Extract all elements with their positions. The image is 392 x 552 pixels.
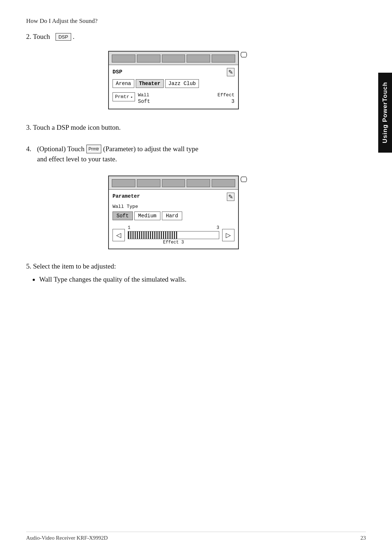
- step-4-body: (Optional) Touch Prmtr (Parameter) to ad…: [37, 144, 330, 165]
- screen1-top-btn-3[interactable]: [162, 55, 185, 63]
- speaker-icon: 🖵: [240, 51, 248, 59]
- step-4-number: 4.: [26, 144, 37, 154]
- slider-max: 3: [217, 225, 219, 230]
- screen1-container: DSP ✎ Arena Theater Jazz Club Prmtr: [26, 51, 330, 109]
- screen2-top-btn-3[interactable]: [162, 179, 185, 187]
- effect-value: 3: [232, 98, 234, 104]
- wall-label: Wall: [138, 92, 149, 98]
- screen1-mode-buttons: Arena Theater Jazz Club: [113, 79, 234, 88]
- param-effect-row: ◁ 1 3 Effect 3: [113, 225, 234, 245]
- slider-min: 1: [128, 225, 130, 230]
- param-slider: 1 3 Effect 3: [128, 225, 219, 245]
- dsp-button[interactable]: DSP: [56, 33, 71, 41]
- arrow-left-icon: ◁: [116, 231, 121, 239]
- screen2-top-btn-5[interactable]: [212, 179, 235, 187]
- screen2-body: Parameter ✎ Wall Type Soft Medium Hard ◁: [109, 190, 238, 249]
- walltype-label: Wall Type: [113, 204, 234, 209]
- step-4: 4. (Optional) Touch Prmtr (Parameter) to…: [26, 144, 330, 165]
- screen1-labels: Wall Effect: [138, 92, 234, 98]
- effect-slider-label: Effect: [163, 240, 181, 245]
- screen2-title-row: Parameter ✎: [113, 193, 234, 201]
- screen1-wall-effect: Wall Effect Soft 3: [138, 92, 234, 105]
- dsp-screen: DSP ✎ Arena Theater Jazz Club Prmtr: [108, 51, 239, 109]
- param-btn-medium[interactable]: Medium: [134, 211, 160, 220]
- screen1-edit-icon[interactable]: ✎: [227, 68, 234, 76]
- footer-right: 23: [360, 535, 366, 541]
- screen1-title-row: DSP ✎: [113, 68, 234, 76]
- screen2-edit-icon[interactable]: ✎: [227, 193, 234, 201]
- param-arrow-right[interactable]: ▷: [222, 229, 234, 241]
- param-arrow-left[interactable]: ◁: [113, 229, 125, 241]
- param-slider-fill: [128, 231, 178, 239]
- speaker-icon-2: 🖵: [240, 176, 248, 184]
- screen1-title: DSP: [113, 69, 122, 75]
- screen2-top-btn-1[interactable]: [112, 179, 135, 187]
- screen1-speaker: 🖵: [240, 51, 248, 61]
- screen2-speaker: 🖵: [240, 176, 248, 186]
- screen1-btn-theater[interactable]: Theater: [136, 79, 164, 88]
- param-screen: Parameter ✎ Wall Type Soft Medium Hard ◁: [108, 176, 239, 249]
- step-4-middle: (Parameter) to adjust the wall type: [103, 144, 198, 154]
- screen2-top-buttons: [109, 176, 238, 190]
- step-4-prefix: (Optional) Touch: [37, 144, 85, 154]
- param-slider-bar[interactable]: [128, 231, 219, 239]
- step-4-suffix: and effect level to your taste.: [37, 155, 117, 163]
- prmtr-button-inline[interactable]: Prmtr: [86, 145, 101, 153]
- page-footer: Audio-Video Receiver KRF-X9992D 23: [26, 532, 366, 541]
- screen2-container: Parameter ✎ Wall Type Soft Medium Hard ◁: [26, 176, 330, 249]
- screen1-btn-arena[interactable]: Arena: [113, 79, 134, 88]
- bullet-list: Wall Type changes the quality of the sim…: [26, 274, 330, 285]
- param-buttons-row: Soft Medium Hard: [113, 211, 234, 220]
- effect-label: Effect: [217, 92, 234, 98]
- screen1-top-btn-2[interactable]: [137, 55, 160, 63]
- step-3-text: 3. Touch a DSP mode icon button.: [26, 122, 121, 133]
- footer-left: Audio-Video Receiver KRF-X9992D: [26, 535, 108, 541]
- screen2-top-btn-2[interactable]: [137, 179, 160, 187]
- step-2-number: 2. Touch: [26, 33, 50, 41]
- step-4-suffix-line: and effect level to your taste.: [37, 154, 330, 165]
- param-slider-label-row: Effect 3: [128, 240, 219, 245]
- param-btn-hard[interactable]: Hard: [162, 211, 182, 220]
- param-btn-soft[interactable]: Soft: [113, 211, 133, 220]
- screen1-top-btn-4[interactable]: [187, 55, 210, 63]
- screen1-values: Soft 3: [138, 98, 234, 104]
- screen1-btn-jazzclub[interactable]: Jazz Club: [165, 79, 199, 88]
- screen1-body: DSP ✎ Arena Theater Jazz Club Prmtr: [109, 65, 238, 109]
- effect-slider-value: 3: [181, 240, 184, 245]
- step-4-inline: (Optional) Touch Prmtr (Parameter) to ad…: [37, 144, 330, 154]
- param-slider-labels: 1 3: [128, 225, 219, 230]
- screen2-title: Parameter: [113, 193, 140, 199]
- prmtr-label: Prmtr: [115, 94, 129, 100]
- right-tab: Using PowerTouch: [378, 73, 392, 153]
- screen1-prmtr-btn[interactable]: Prmtr: [113, 92, 135, 101]
- screen2-wrapper: Parameter ✎ Wall Type Soft Medium Hard ◁: [108, 176, 248, 249]
- page-header: How Do I Adjust the Sound?: [26, 17, 330, 25]
- screen1-top-buttons: [109, 52, 238, 65]
- arrow-right-icon: ▷: [226, 231, 231, 239]
- bullet-item-1: Wall Type changes the quality of the sim…: [39, 274, 330, 285]
- step-2-suffix: .: [73, 33, 75, 41]
- screen1-top-btn-1[interactable]: [112, 55, 135, 63]
- screen1-params-row: Prmtr Wall Effect Soft 3: [113, 92, 234, 105]
- step-5: 5. Select the item to be adjusted: Wall …: [26, 262, 330, 285]
- step-5-text: 5. Select the item to be adjusted:: [26, 262, 116, 270]
- screen1-wrapper: DSP ✎ Arena Theater Jazz Club Prmtr: [108, 51, 248, 109]
- screen2-top-btn-4[interactable]: [187, 179, 210, 187]
- step-2: 2. Touch DSP .: [26, 33, 330, 41]
- wall-value: Soft: [138, 98, 150, 104]
- screen1-top-btn-5[interactable]: [212, 55, 235, 63]
- step-3: 3. Touch a DSP mode icon button.: [26, 122, 330, 133]
